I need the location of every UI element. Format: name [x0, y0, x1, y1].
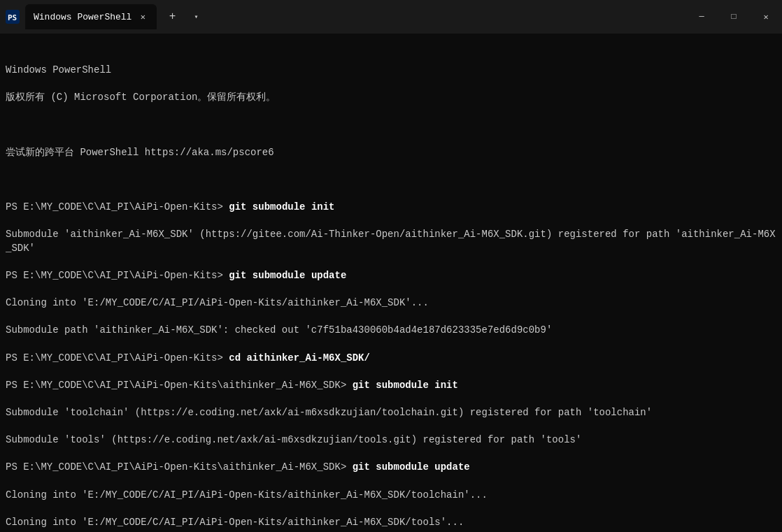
- titlebar: PS Windows PowerShell ✕ + ▾ ─ □ ✕: [0, 0, 782, 34]
- prompt-text: PS E:\MY_CODE\C\AI_PI\AiPi-Open-Kits>: [6, 352, 229, 364]
- window-controls: ─ □ ✕: [685, 6, 782, 28]
- command-text: cd aithinker_Ai-M6X_SDK/: [229, 352, 370, 364]
- terminal-line: 版权所有 (C) Microsoft Corporation。保留所有权利。: [6, 91, 776, 105]
- tab-area: Windows PowerShell ✕: [25, 4, 157, 29]
- terminal-line: PS E:\MY_CODE\C\AI_PI\AiPi-Open-Kits> cd…: [6, 352, 776, 366]
- tab-dropdown-button[interactable]: ▾: [187, 8, 204, 25]
- powershell-window: PS Windows PowerShell ✕ + ▾ ─ □ ✕ Window…: [0, 0, 782, 532]
- terminal-line: Submodule 'tools' (https://e.coding.net/…: [6, 433, 776, 447]
- terminal-line: Cloning into 'E:/MY_CODE/C/AI_PI/AiPi-Op…: [6, 516, 776, 530]
- command-text: git submodule update: [229, 270, 346, 281]
- terminal-line: Submodule path 'aithinker_Ai-M6X_SDK': c…: [6, 324, 776, 338]
- terminal-line: Cloning into 'E:/MY_CODE/C/AI_PI/AiPi-Op…: [6, 296, 776, 310]
- terminal-line: Submodule 'aithinker_Ai-M6X_SDK' (https:…: [6, 228, 776, 255]
- terminal-line: Cloning into 'E:/MY_CODE/C/AI_PI/AiPi-Op…: [6, 489, 776, 503]
- command-text: git submodule init: [229, 201, 334, 213]
- prompt-text: PS E:\MY_CODE\C\AI_PI\AiPi-Open-Kits>: [6, 201, 229, 213]
- terminal-line: 尝试新的跨平台 PowerShell https://aka.ms/pscore…: [6, 146, 776, 160]
- command-text: git submodule init: [353, 380, 458, 391]
- terminal-line: PS E:\MY_CODE\C\AI_PI\AiPi-Open-Kits> gi…: [6, 269, 776, 283]
- command-text: git submodule update: [353, 461, 470, 473]
- svg-text:PS: PS: [8, 13, 17, 22]
- terminal-line: [6, 119, 776, 133]
- powershell-tab[interactable]: Windows PowerShell ✕: [25, 4, 157, 29]
- terminal-line: [6, 173, 776, 187]
- tab-close-button[interactable]: ✕: [137, 11, 148, 22]
- new-tab-button[interactable]: +: [162, 7, 182, 27]
- titlebar-left: PS Windows PowerShell ✕ + ▾: [6, 4, 685, 29]
- close-button[interactable]: ✕: [750, 6, 782, 28]
- prompt-text: PS E:\MY_CODE\C\AI_PI\AiPi-Open-Kits>: [6, 270, 229, 281]
- maximize-button[interactable]: □: [718, 6, 750, 28]
- tab-title: Windows PowerShell: [34, 12, 131, 22]
- terminal-line: PS E:\MY_CODE\C\AI_PI\AiPi-Open-Kits\ait…: [6, 379, 776, 393]
- prompt-text: PS E:\MY_CODE\C\AI_PI\AiPi-Open-Kits\ait…: [6, 461, 353, 473]
- terminal-line: Windows PowerShell: [6, 64, 776, 78]
- minimize-button[interactable]: ─: [685, 6, 718, 28]
- terminal-line: PS E:\MY_CODE\C\AI_PI\AiPi-Open-Kits> gi…: [6, 201, 776, 215]
- powershell-app-icon: PS: [6, 10, 20, 24]
- prompt-text: PS E:\MY_CODE\C\AI_PI\AiPi-Open-Kits\ait…: [6, 380, 353, 391]
- terminal-line: Submodule 'toolchain' (https://e.coding.…: [6, 406, 776, 420]
- terminal-line: PS E:\MY_CODE\C\AI_PI\AiPi-Open-Kits\ait…: [6, 461, 776, 475]
- terminal-output[interactable]: Windows PowerShell版权所有 (C) Microsoft Cor…: [0, 34, 782, 532]
